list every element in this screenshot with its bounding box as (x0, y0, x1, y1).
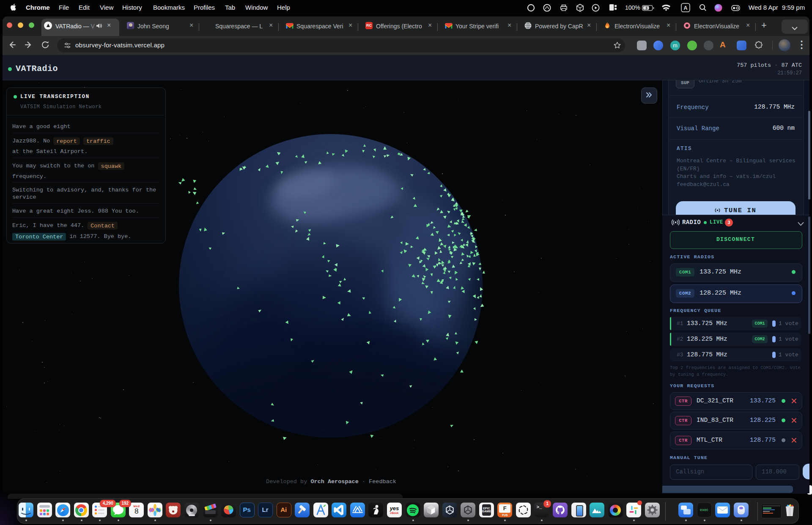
svg-text:A: A (684, 5, 688, 11)
